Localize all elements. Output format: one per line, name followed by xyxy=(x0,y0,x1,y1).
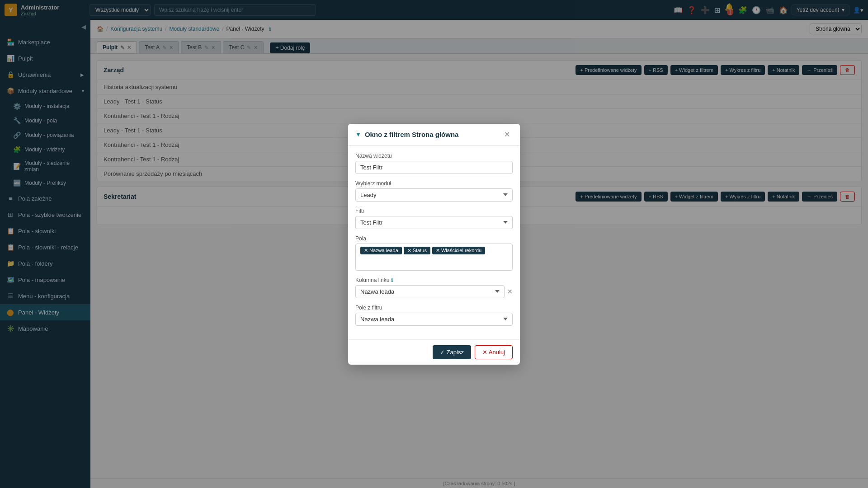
tag-status: ✕ Status xyxy=(404,247,430,254)
label-pole-z-filtru: Pole z filtru xyxy=(355,305,513,311)
modal-body: Nazwa widżetu Wybierz moduł Leady Filtr … xyxy=(348,145,520,339)
tag-label: ✕ Status xyxy=(407,248,427,253)
label-filtr: Filtr xyxy=(355,208,513,214)
kolumna-linku-row: Nazwa leada ✕ xyxy=(355,285,513,298)
kolumna-linku-clear[interactable]: ✕ xyxy=(507,288,513,295)
select-filtr[interactable]: Test Filtr xyxy=(355,216,513,229)
select-wybierz-modul[interactable]: Leady xyxy=(355,188,513,202)
modal-close-button[interactable]: ✕ xyxy=(501,129,513,140)
pola-tags-field[interactable]: ✕ Nazwa leada ✕ Status ✕ Właściciel reko… xyxy=(355,244,513,271)
label-nazwa-widzetu: Nazwa widżetu xyxy=(355,153,513,159)
modal-footer: ✓ Zapisz ✕ Anuluj xyxy=(348,339,520,365)
form-row-filtr: Filtr Test Filtr xyxy=(355,208,513,229)
modal-header: ▼ Okno z filtrem Strona główna ✕ xyxy=(348,124,520,145)
form-row-nazwa-widzetu: Nazwa widżetu xyxy=(355,153,513,174)
save-button[interactable]: ✓ Zapisz xyxy=(433,345,471,359)
kolumna-info-icon: ℹ xyxy=(391,277,393,283)
modal-okno-z-filtrem: ▼ Okno z filtrem Strona główna ✕ Nazwa w… xyxy=(348,124,520,365)
form-row-wybierz-modul: Wybierz moduł Leady xyxy=(355,180,513,202)
tag-label: ✕ Nazwa leada xyxy=(364,248,398,253)
form-row-pole-z-filtru: Pole z filtru Nazwa leada xyxy=(355,305,513,326)
tag-label: ✕ Właściciel rekordu xyxy=(436,248,481,253)
input-nazwa-widzetu[interactable] xyxy=(355,161,513,174)
form-row-pola: Pola ✕ Nazwa leada ✕ Status ✕ Właściciel… xyxy=(355,235,513,271)
select-pole-z-filtru[interactable]: Nazwa leada xyxy=(355,313,513,326)
select-kolumna-linku[interactable]: Nazwa leada xyxy=(355,285,505,298)
form-row-kolumna-linku: Kolumna linku ℹ Nazwa leada ✕ xyxy=(355,277,513,298)
label-wybierz-modul: Wybierz moduł xyxy=(355,180,513,187)
modal-overlay[interactable]: ▼ Okno z filtrem Strona główna ✕ Nazwa w… xyxy=(0,0,868,488)
tag-wlasciciel: ✕ Właściciel rekordu xyxy=(432,247,485,254)
tag-nazwa-leada: ✕ Nazwa leada xyxy=(360,247,402,254)
label-kolumna-linku: Kolumna linku ℹ xyxy=(355,277,513,283)
modal-title: Okno z filtrem Strona główna xyxy=(365,131,498,138)
filter-icon: ▼ xyxy=(355,131,361,138)
cancel-button[interactable]: ✕ Anuluj xyxy=(475,345,513,359)
label-pola: Pola xyxy=(355,235,513,242)
